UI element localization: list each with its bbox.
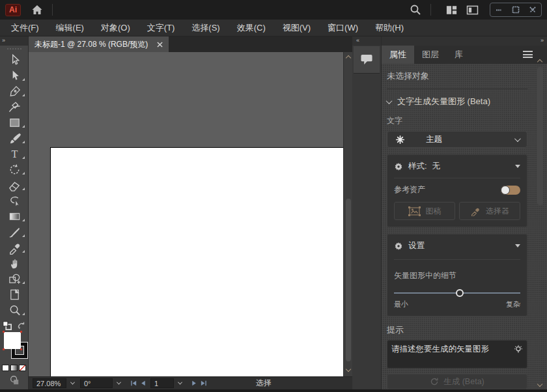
generate-refresh-icon: [430, 377, 439, 386]
toolbar-drag-handle[interactable]: [7, 48, 21, 49]
none-fill-button[interactable]: [19, 365, 26, 371]
artboard-number-field[interactable]: 1: [150, 378, 174, 388]
scroll-down-icon[interactable]: [538, 382, 542, 386]
zoom-tool[interactable]: [0, 302, 29, 318]
collapse-dock-icon[interactable]: «: [352, 36, 381, 46]
close-icon[interactable]: [524, 3, 541, 16]
curvature-tool[interactable]: [0, 99, 29, 115]
selection-tool[interactable]: [0, 52, 29, 68]
panel-vertical-scrollbar[interactable]: [535, 59, 545, 387]
workspace-switcher-icon[interactable]: [443, 3, 460, 17]
paintbrush-tool-icon: [8, 132, 21, 145]
app-logo[interactable]: Ai: [5, 4, 21, 16]
rectangle-tool[interactable]: [0, 115, 29, 130]
shape-builder-tool[interactable]: [0, 271, 29, 287]
style-label: 样式:: [408, 161, 427, 172]
canvas[interactable]: [29, 52, 352, 376]
comments-panel-button[interactable]: [354, 46, 380, 74]
reference-asset-label: 参考资产: [394, 184, 425, 195]
artwork-button-label: 图稿: [426, 206, 442, 217]
detail-slider-handle[interactable]: [456, 289, 464, 297]
prompt-textarea[interactable]: [387, 341, 527, 368]
paintbrush-tool[interactable]: [0, 130, 29, 146]
hand-tool[interactable]: [0, 255, 29, 271]
swap-colors-icon[interactable]: [17, 322, 25, 330]
pen-tool[interactable]: [0, 83, 29, 99]
type-tool[interactable]: T: [0, 146, 29, 161]
style-header[interactable]: 样式: 无: [394, 161, 520, 172]
panel-menu-icon[interactable]: [523, 51, 533, 58]
zoom-level-value: 27.08%: [36, 380, 61, 387]
direct-selection-tool[interactable]: [0, 68, 29, 83]
properties-dock: » 属性 图层 库 未选择对象 文字生成矢量图形 (Beta) 文字 主题: [382, 36, 547, 389]
home-icon[interactable]: [29, 3, 46, 17]
illustrator-window: Ai: [0, 0, 547, 392]
scale-tool[interactable]: [0, 224, 29, 240]
tab-properties[interactable]: 属性: [382, 46, 414, 64]
last-artboard-icon[interactable]: [199, 378, 209, 388]
collapse-panel-icon[interactable]: »: [382, 36, 547, 46]
panel-scrollbar-thumb[interactable]: [537, 67, 543, 205]
gradient-tool[interactable]: [0, 208, 29, 224]
zoom-dropdown-icon[interactable]: [66, 378, 78, 388]
menu-edit[interactable]: 编辑(E): [48, 20, 92, 36]
eyedropper-tool[interactable]: [0, 240, 29, 255]
settings-label: 设置: [408, 240, 425, 251]
draw-mode-button[interactable]: [0, 375, 28, 385]
type-label: 文字: [387, 115, 527, 126]
menu-help[interactable]: 帮助(H): [367, 20, 412, 36]
canvas-scrollbar-thumb[interactable]: [346, 199, 351, 361]
tab-close-icon[interactable]: [157, 42, 163, 48]
document-tab[interactable]: 未标题-1 @ 27.08 % (RGB/预览): [29, 36, 169, 52]
fill-color-swatch[interactable]: [4, 332, 21, 349]
t2v-section-title: 文字生成矢量图形 (Beta): [397, 96, 490, 107]
artboard-dropdown-icon[interactable]: [174, 378, 186, 388]
eraser-tool[interactable]: [0, 177, 29, 193]
color-fill-button[interactable]: [2, 365, 9, 371]
svg-text:T: T: [11, 148, 18, 160]
menu-select[interactable]: 选择(S): [183, 20, 228, 36]
reference-asset-toggle[interactable]: [501, 186, 520, 195]
scroll-down-icon[interactable]: [346, 367, 350, 371]
canvas-vertical-scrollbar[interactable]: [343, 52, 352, 376]
prompt-suggestion-bulb-icon[interactable]: [513, 344, 524, 355]
tab-libraries[interactable]: 库: [447, 46, 471, 64]
menu-effect[interactable]: 效果(C): [229, 20, 274, 36]
arrange-documents-icon[interactable]: [464, 3, 481, 17]
menu-object[interactable]: 对象(O): [92, 20, 139, 36]
rotate-tool[interactable]: [0, 161, 29, 177]
scroll-up-icon[interactable]: [346, 56, 350, 60]
artboard[interactable]: [50, 147, 343, 376]
detail-slider[interactable]: [394, 289, 520, 297]
lasso-tool[interactable]: [0, 193, 29, 208]
document-tab-title: 未标题-1 @ 27.08 % (RGB/预览): [35, 39, 148, 50]
picker-button[interactable]: 选择器: [459, 202, 520, 220]
menu-type[interactable]: 文字(T): [139, 20, 184, 36]
expand-dock-icon[interactable]: »: [0, 36, 28, 46]
t2v-section-header[interactable]: 文字生成矢量图形 (Beta): [387, 96, 527, 107]
artboard-tool[interactable]: [0, 287, 29, 302]
scroll-up-icon[interactable]: [538, 60, 542, 64]
menu-window[interactable]: 窗口(W): [319, 20, 367, 36]
rotation-field[interactable]: 0°: [80, 378, 113, 388]
eyedropper-tool-icon: [8, 241, 21, 255]
generation-type-dropdown[interactable]: 主题: [387, 131, 527, 148]
maximize-icon[interactable]: [507, 3, 524, 16]
first-artboard-icon[interactable]: [128, 378, 138, 388]
tab-layers[interactable]: 图层: [414, 46, 447, 64]
previous-artboard-icon[interactable]: [138, 378, 148, 388]
gradient-fill-button[interactable]: [10, 365, 18, 371]
zoom-level-field[interactable]: 27.08%: [33, 378, 66, 388]
rotation-dropdown-icon[interactable]: [113, 378, 124, 388]
artwork-button[interactable]: 图稿: [394, 202, 455, 220]
settings-header[interactable]: 设置: [394, 240, 520, 251]
default-colors-icon[interactable]: [3, 321, 12, 330]
minimize-icon[interactable]: [490, 3, 507, 16]
generate-button[interactable]: 生成 (Beta): [387, 374, 527, 389]
artboard-tool-icon: [8, 288, 21, 301]
search-icon[interactable]: [407, 3, 424, 17]
next-artboard-icon[interactable]: [189, 378, 199, 388]
menu-view[interactable]: 视图(V): [274, 20, 319, 36]
picker-eyedropper-icon: [470, 206, 481, 216]
menu-file[interactable]: 文件(F): [3, 20, 48, 36]
